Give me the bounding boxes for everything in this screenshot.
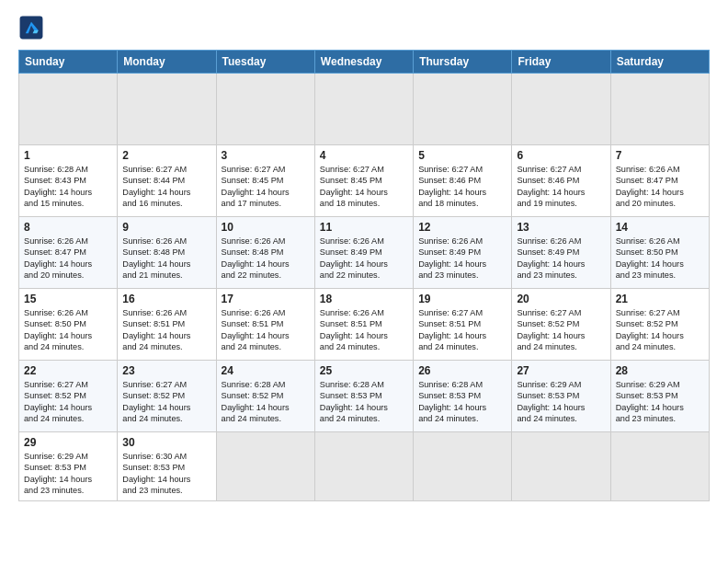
day-info: Sunrise: 6:26 AM [222,236,310,247]
day-info: and 20 minutes. [24,270,112,281]
day-info: Sunrise: 6:26 AM [616,164,704,175]
day-info: and 23 minutes. [616,413,704,424]
day-number: 17 [222,293,310,305]
calendar-cell: 29Sunrise: 6:29 AMSunset: 8:53 PMDayligh… [19,432,118,501]
day-info: and 24 minutes. [616,341,704,352]
day-number: 15 [24,293,112,305]
day-info: Sunrise: 6:27 AM [616,307,704,318]
day-info: and 23 minutes. [616,270,704,281]
svg-rect-0 [20,17,43,40]
day-info: Daylight: 14 hours [222,330,310,341]
day-info: Sunset: 8:53 PM [616,390,704,401]
calendar-cell: 15Sunrise: 6:26 AMSunset: 8:50 PMDayligh… [19,289,118,361]
day-info: Sunset: 8:50 PM [24,318,112,329]
calendar-cell: 14Sunrise: 6:26 AMSunset: 8:50 PMDayligh… [610,217,709,289]
calendar-cell [610,432,709,501]
day-info: and 24 minutes. [222,413,310,424]
day-info: Sunrise: 6:26 AM [517,236,605,247]
day-info: Daylight: 14 hours [517,259,605,270]
calendar-cell: 11Sunrise: 6:26 AMSunset: 8:49 PMDayligh… [314,217,413,289]
calendar-cell [314,432,413,501]
calendar-cell: 17Sunrise: 6:26 AMSunset: 8:51 PMDayligh… [216,289,314,361]
calendar-cell [216,74,314,145]
day-info: Daylight: 14 hours [320,187,408,198]
calendar-cell: 9Sunrise: 6:26 AMSunset: 8:48 PMDaylight… [118,217,216,289]
calendar-cell [414,74,512,145]
day-number: 16 [122,293,210,305]
day-info: and 23 minutes. [418,270,506,281]
day-info: Sunset: 8:48 PM [122,247,210,258]
day-number: 5 [418,149,506,162]
day-number: 19 [418,293,506,305]
day-info: Sunrise: 6:29 AM [616,379,704,390]
day-number: 21 [616,293,704,305]
day-info: Sunset: 8:44 PM [122,175,210,186]
calendar-cell: 23Sunrise: 6:27 AMSunset: 8:52 PMDayligh… [118,361,216,432]
day-info: Daylight: 14 hours [24,330,112,341]
day-info: Daylight: 14 hours [24,259,112,270]
day-info: Sunset: 8:52 PM [122,390,210,401]
day-info: and 24 minutes. [24,413,112,424]
day-info: Daylight: 14 hours [517,187,605,198]
day-info: Sunset: 8:48 PM [222,247,310,258]
day-number: 29 [24,436,112,449]
day-info: Sunrise: 6:29 AM [517,379,605,390]
day-info: Daylight: 14 hours [418,402,506,413]
calendar-cell [118,74,216,145]
day-info: Sunrise: 6:30 AM [122,451,210,462]
day-info: Sunrise: 6:26 AM [222,307,310,318]
day-info: Sunrise: 6:26 AM [24,307,112,318]
calendar-weekday-monday: Monday [118,51,216,74]
day-info: Sunrise: 6:27 AM [24,379,112,390]
day-number: 1 [24,149,112,162]
day-number: 4 [320,149,408,162]
day-info: and 20 minutes. [616,198,704,209]
day-info: Sunset: 8:52 PM [222,390,310,401]
day-info: Sunset: 8:49 PM [517,247,605,258]
day-info: Sunrise: 6:26 AM [320,307,408,318]
day-info: Sunrise: 6:26 AM [616,236,704,247]
day-info: and 23 minutes. [24,485,112,496]
calendar-weekday-thursday: Thursday [414,51,512,74]
day-info: Sunrise: 6:28 AM [418,379,506,390]
calendar-cell: 24Sunrise: 6:28 AMSunset: 8:52 PMDayligh… [216,361,314,432]
calendar-cell: 7Sunrise: 6:26 AMSunset: 8:47 PMDaylight… [610,145,709,217]
logo [18,15,48,40]
day-info: and 21 minutes. [122,270,210,281]
day-info: Sunset: 8:46 PM [517,175,605,186]
calendar-cell: 27Sunrise: 6:29 AMSunset: 8:53 PMDayligh… [512,361,610,432]
day-info: and 24 minutes. [24,341,112,352]
day-number: 25 [320,364,408,377]
day-info: Daylight: 14 hours [122,402,210,413]
day-number: 12 [418,221,506,234]
day-info: Sunrise: 6:27 AM [418,307,506,318]
day-info: Daylight: 14 hours [222,402,310,413]
calendar-cell [414,432,512,501]
day-info: and 22 minutes. [222,270,310,281]
calendar-cell: 20Sunrise: 6:27 AMSunset: 8:52 PMDayligh… [512,289,610,361]
header [18,15,710,40]
calendar-cell [314,74,413,145]
day-number: 30 [122,436,210,449]
day-info: Sunrise: 6:27 AM [222,164,310,175]
day-info: Sunset: 8:52 PM [616,318,704,329]
calendar-cell: 1Sunrise: 6:28 AMSunset: 8:43 PMDaylight… [19,145,118,217]
day-info: Sunset: 8:51 PM [122,318,210,329]
day-number: 9 [122,221,210,234]
day-info: and 24 minutes. [418,413,506,424]
calendar-cell [512,74,610,145]
day-info: Sunset: 8:53 PM [320,390,408,401]
calendar-cell: 3Sunrise: 6:27 AMSunset: 8:45 PMDaylight… [216,145,314,217]
day-info: Sunset: 8:49 PM [418,247,506,258]
day-info: Daylight: 14 hours [122,259,210,270]
calendar-cell [19,74,118,145]
calendar-cell: 5Sunrise: 6:27 AMSunset: 8:46 PMDaylight… [414,145,512,217]
calendar-cell: 4Sunrise: 6:27 AMSunset: 8:45 PMDaylight… [314,145,413,217]
day-info: Sunset: 8:45 PM [222,175,310,186]
day-info: and 16 minutes. [122,198,210,209]
day-info: Sunset: 8:45 PM [320,175,408,186]
day-info: Sunrise: 6:29 AM [24,451,112,462]
day-number: 2 [122,149,210,162]
day-info: Sunset: 8:53 PM [517,390,605,401]
day-info: Daylight: 14 hours [24,402,112,413]
